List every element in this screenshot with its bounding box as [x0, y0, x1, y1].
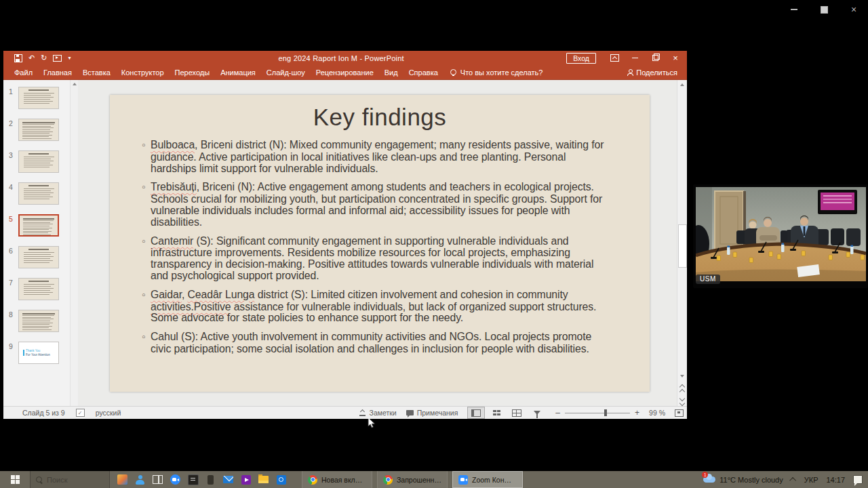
- ribbon-tab[interactable]: Вид: [379, 65, 403, 79]
- dark-app-button[interactable]: [187, 474, 199, 485]
- thumb-text-line: [24, 258, 50, 259]
- vertical-scrollbar[interactable]: [677, 80, 687, 407]
- phone-button[interactable]: [205, 474, 216, 485]
- comments-button[interactable]: Примечания: [406, 409, 458, 417]
- ribbon-display-options-button[interactable]: [604, 51, 625, 65]
- language-indicator[interactable]: УКР: [804, 476, 818, 484]
- action-center-button[interactable]: [853, 475, 863, 484]
- show-hidden-icons-button[interactable]: [789, 477, 796, 484]
- people-button[interactable]: [134, 474, 146, 485]
- thumb-text-line: [24, 165, 53, 165]
- mail-button[interactable]: [222, 474, 234, 485]
- ribbon-tab[interactable]: Переходы: [170, 65, 216, 79]
- zoom-percent[interactable]: 99 %: [649, 409, 665, 417]
- zoom-app-button[interactable]: [170, 474, 181, 485]
- slide-thumbnail[interactable]: 4: [3, 182, 70, 205]
- notes-button[interactable]: Заметки: [359, 409, 397, 417]
- thumb-text-line: [23, 222, 50, 223]
- ribbon-tab[interactable]: Рецензирование: [311, 65, 379, 79]
- customize-qat-icon[interactable]: ▾: [68, 56, 71, 61]
- start-slideshow-icon[interactable]: [53, 55, 62, 62]
- conference-room-scene: [696, 187, 866, 281]
- tell-me-label: Что вы хотите сделать?: [460, 68, 543, 77]
- scrollbar-thumb[interactable]: [678, 224, 687, 268]
- slide-thumbnail[interactable]: 2: [3, 119, 70, 141]
- ribbon-tab[interactable]: Файл: [9, 65, 38, 79]
- weather-widget[interactable]: 1 11°C Mostly cloudy: [703, 476, 783, 484]
- ppt-close-button[interactable]: ×: [665, 51, 686, 65]
- thumbnail-number: 9: [3, 342, 18, 350]
- zoom-slider[interactable]: [565, 413, 630, 413]
- slide[interactable]: Key findings ◦Bulboaca, Briceni district…: [110, 95, 650, 392]
- taskbar-search[interactable]: Поиск: [30, 471, 110, 488]
- pinned-app-icons: [110, 474, 292, 485]
- spellcheck-icon[interactable]: ✓: [76, 409, 85, 417]
- ribbon-tab[interactable]: Анимация: [215, 65, 261, 79]
- task-view-button[interactable]: [152, 474, 163, 485]
- video-call-window[interactable]: USM: [693, 184, 868, 288]
- search-highlights-button[interactable]: [117, 474, 128, 485]
- outer-restore-button[interactable]: [815, 3, 833, 16]
- save-icon[interactable]: [14, 54, 22, 62]
- scroll-up-button[interactable]: [677, 80, 687, 89]
- language-indicator[interactable]: русский: [96, 409, 121, 417]
- outer-close-button[interactable]: ×: [845, 3, 863, 16]
- start-button[interactable]: [0, 471, 30, 488]
- ribbon-tab[interactable]: Вставка: [77, 65, 116, 79]
- workspace: 123456789Thank YouFor Your Attention Key…: [3, 80, 687, 407]
- ribbon-tab[interactable]: Конструктор: [116, 65, 170, 79]
- ppt-minimize-button[interactable]: [625, 51, 645, 65]
- taskbar-tray: 1 11°C Mostly cloudy УКР 14:17: [703, 475, 868, 484]
- scroll-down-button[interactable]: [677, 371, 687, 381]
- redo-icon[interactable]: ↻: [41, 54, 47, 62]
- thumbnail-scrollbar[interactable]: [70, 80, 78, 407]
- previous-slide-button[interactable]: [677, 384, 687, 394]
- bullet-paragraph: ◦Cahul (S): Active youth involvement in …: [141, 331, 610, 355]
- taskbar-window-button[interactable]: Zoom Конференция: [452, 471, 523, 488]
- tell-me-box[interactable]: Что вы хотите сделать?: [443, 68, 550, 77]
- thumb-text-line: [24, 167, 50, 167]
- zoom-out-button[interactable]: –: [555, 408, 560, 418]
- slide-thumbnail[interactable]: 9Thank YouFor Your Attention: [3, 342, 70, 364]
- normal-view-button[interactable]: [467, 407, 485, 419]
- text-run: Gaidar: [151, 289, 182, 300]
- slide-thumbnail[interactable]: 1: [3, 87, 70, 109]
- ribbon-tab[interactable]: Справка: [403, 65, 443, 79]
- lightbulb-icon: [450, 69, 456, 75]
- slide-thumbnail[interactable]: 6: [3, 246, 70, 268]
- zoom-in-button[interactable]: +: [635, 408, 639, 418]
- slide-thumbnail[interactable]: 8: [3, 310, 70, 332]
- thumbnail-preview: [18, 246, 59, 268]
- outer-minimize-button[interactable]: [785, 3, 803, 16]
- share-button[interactable]: Поделиться: [627, 68, 687, 77]
- thumb-text-line: [22, 138, 52, 139]
- ribbon-tab[interactable]: Слайд-шоу: [261, 65, 311, 79]
- slide-canvas: Key findings ◦Bulboaca, Briceni district…: [78, 80, 676, 407]
- photos-app-button[interactable]: [275, 474, 287, 485]
- taskbar-window-button[interactable]: Запрошення на Mi...: [377, 471, 448, 488]
- slide-thumbnail[interactable]: 3: [3, 150, 70, 173]
- ribbon-tab[interactable]: Главная: [38, 65, 77, 79]
- slide-sorter-button[interactable]: [488, 407, 505, 419]
- reading-view-button[interactable]: [508, 407, 526, 419]
- share-label: Поделиться: [636, 68, 677, 77]
- normal-view-icon: [471, 409, 481, 417]
- thumb-text-line: [22, 136, 49, 137]
- zoom-slider-thumb[interactable]: [604, 409, 607, 416]
- thumb-text-line: [23, 235, 51, 235]
- fit-slide-to-window-button[interactable]: [675, 409, 684, 417]
- next-slide-button[interactable]: [677, 396, 687, 405]
- taskbar-window-button[interactable]: Новая вкладка - Go...: [302, 471, 372, 488]
- grid-icon: [493, 410, 501, 416]
- thumb-line1: Thank You: [26, 349, 40, 352]
- slide-thumbnail[interactable]: 7: [3, 278, 70, 300]
- slide-thumbnail[interactable]: 5: [3, 214, 70, 237]
- clock[interactable]: 14:17: [826, 476, 845, 484]
- undo-icon[interactable]: ↶: [28, 54, 35, 62]
- thumb-text-line: [24, 99, 50, 100]
- slideshow-button[interactable]: [528, 407, 546, 419]
- file-explorer-button[interactable]: [258, 474, 269, 485]
- media-app-button[interactable]: [240, 474, 252, 485]
- ppt-restore-button[interactable]: [645, 51, 665, 65]
- sign-in-button[interactable]: Вход: [566, 53, 596, 64]
